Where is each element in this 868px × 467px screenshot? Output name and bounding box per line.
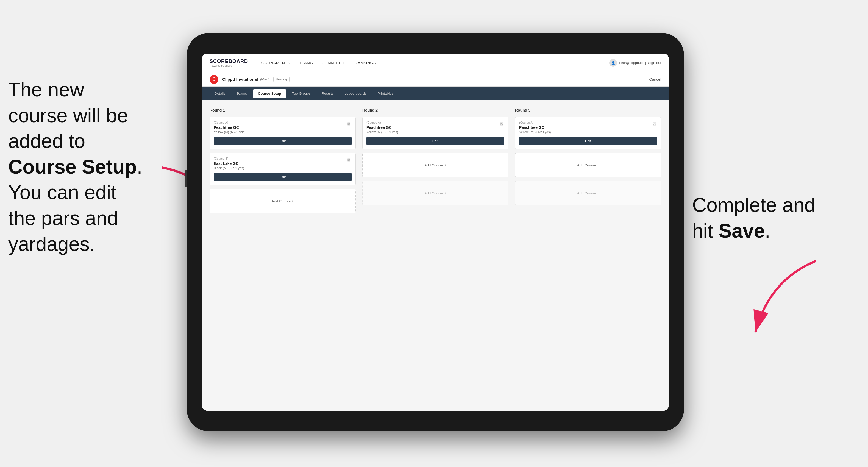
nav-tournaments[interactable]: TOURNAMENTS bbox=[259, 61, 290, 65]
tab-tee-groups[interactable]: Tee Groups bbox=[287, 89, 316, 98]
user-avatar: 👤 bbox=[609, 59, 617, 67]
annotation-left: The new course will be added to Course S… bbox=[8, 77, 179, 257]
round-1-column: Round 1 ⊠ (Course A) Peachtree GC Yellow… bbox=[210, 108, 356, 213]
nav-teams[interactable]: TEAMS bbox=[299, 61, 313, 65]
nav-right: 👤 blair@clippd.io | Sign out bbox=[609, 59, 661, 67]
nav-committee[interactable]: COMMITTEE bbox=[322, 61, 346, 65]
round-3-add-course-label-2: Add Course + bbox=[577, 191, 599, 195]
tab-details[interactable]: Details bbox=[210, 89, 230, 98]
tournament-division: (Men) bbox=[260, 77, 270, 81]
rounds-grid: Round 1 ⊠ (Course A) Peachtree GC Yellow… bbox=[210, 108, 661, 213]
round-2-course-a-card: ⊠ (Course A) Peachtree GC Yellow (M) (66… bbox=[362, 117, 508, 150]
top-nav: SCOREBOARD Powered by clippd TOURNAMENTS… bbox=[202, 54, 669, 72]
tablet-device: SCOREBOARD Powered by clippd TOURNAMENTS… bbox=[187, 33, 684, 431]
round-3-course-a-delete-icon[interactable]: ⊠ bbox=[651, 120, 658, 127]
round-2-course-a-tee: Yellow (M) (6629 yds) bbox=[366, 130, 504, 134]
round-3-course-a-card: ⊠ (Course A) Peachtree GC Yellow (M) (66… bbox=[515, 117, 661, 150]
round-1-course-b-card: ⊠ (Course B) East Lake GC Black (M) (689… bbox=[210, 153, 356, 185]
tablet-screen: SCOREBOARD Powered by clippd TOURNAMENTS… bbox=[202, 54, 669, 411]
course-a-delete-icon[interactable]: ⊠ bbox=[346, 120, 352, 127]
round-3-course-a-label: (Course A) bbox=[519, 121, 657, 124]
tournament-logo: C bbox=[210, 75, 218, 84]
round-3-add-course-card-1[interactable]: Add Course + bbox=[515, 153, 661, 178]
round-3-add-course-label-1: Add Course + bbox=[577, 163, 599, 167]
nav-links: TOURNAMENTS TEAMS COMMITTEE RANKINGS bbox=[259, 61, 609, 65]
round-2-title: Round 2 bbox=[362, 108, 508, 112]
round-2-course-a-edit-button[interactable]: Edit bbox=[366, 137, 504, 145]
round-1-course-a-card: ⊠ (Course A) Peachtree GC Yellow (M) (66… bbox=[210, 117, 356, 150]
tab-course-setup[interactable]: Course Setup bbox=[253, 89, 286, 98]
nav-rankings[interactable]: RANKINGS bbox=[355, 61, 376, 65]
round-1-title: Round 1 bbox=[210, 108, 356, 112]
round-2-add-course-label-2: Add Course + bbox=[424, 191, 446, 195]
round-3-title: Round 3 bbox=[515, 108, 661, 112]
round-2-course-a-delete-icon[interactable]: ⊠ bbox=[498, 120, 505, 127]
round-2-course-a-name: Peachtree GC bbox=[366, 125, 504, 130]
round-1-add-course-label: Add Course + bbox=[272, 199, 293, 203]
annotation-right: Complete and hit Save. bbox=[692, 192, 846, 244]
course-a-tee: Yellow (M) (6629 yds) bbox=[214, 130, 351, 134]
brand: SCOREBOARD Powered by clippd bbox=[210, 59, 248, 67]
tournament-hosting-badge: Hosting bbox=[273, 76, 289, 82]
user-email: blair@clippd.io bbox=[619, 61, 643, 65]
tab-leaderboards[interactable]: Leaderboards bbox=[340, 89, 371, 98]
round-2-add-course-card-2: Add Course + bbox=[362, 181, 508, 206]
course-b-name: East Lake GC bbox=[214, 161, 351, 166]
brand-subtitle: Powered by clippd bbox=[210, 64, 248, 67]
course-b-delete-icon[interactable]: ⊠ bbox=[346, 156, 352, 163]
tab-printables[interactable]: Printables bbox=[372, 89, 398, 98]
course-a-edit-button[interactable]: Edit bbox=[214, 137, 351, 145]
round-2-course-a-label: (Course A) bbox=[366, 121, 504, 124]
round-3-course-a-tee: Yellow (M) (6629 yds) bbox=[519, 130, 657, 134]
course-a-name: Peachtree GC bbox=[214, 125, 351, 130]
course-b-edit-button[interactable]: Edit bbox=[214, 173, 351, 181]
round-2-add-course-card-1[interactable]: Add Course + bbox=[362, 153, 508, 178]
tab-teams[interactable]: Teams bbox=[231, 89, 252, 98]
content-area: Round 1 ⊠ (Course A) Peachtree GC Yellow… bbox=[202, 100, 669, 411]
arrow-right-icon bbox=[742, 253, 824, 341]
round-3-course-a-name: Peachtree GC bbox=[519, 125, 657, 130]
round-3-add-course-card-2: Add Course + bbox=[515, 181, 661, 206]
round-2-column: Round 2 ⊠ (Course A) Peachtree GC Yellow… bbox=[362, 108, 508, 213]
cancel-button[interactable]: Cancel bbox=[649, 77, 661, 82]
tournament-bar: C Clippd Invitational (Men) Hosting Canc… bbox=[202, 72, 669, 87]
brand-title: SCOREBOARD bbox=[210, 59, 248, 64]
annotation-right-text: Complete and hit Save. bbox=[692, 194, 815, 242]
tab-results[interactable]: Results bbox=[317, 89, 338, 98]
round-2-add-course-label-1: Add Course + bbox=[424, 163, 446, 167]
tournament-name: Clippd Invitational bbox=[222, 77, 258, 82]
course-b-tee: Black (M) (6891 yds) bbox=[214, 166, 351, 170]
sign-out-link[interactable]: Sign out bbox=[648, 61, 661, 65]
round-3-course-a-edit-button[interactable]: Edit bbox=[519, 137, 657, 145]
annotation-left-text: The new course will be added to Course S… bbox=[8, 79, 142, 255]
sub-tabs: Details Teams Course Setup Tee Groups Re… bbox=[202, 87, 669, 100]
course-b-label: (Course B) bbox=[214, 157, 351, 160]
nav-separator: | bbox=[645, 61, 646, 65]
round-3-column: Round 3 ⊠ (Course A) Peachtree GC Yellow… bbox=[515, 108, 661, 213]
course-a-label: (Course A) bbox=[214, 121, 351, 124]
round-1-add-course-card[interactable]: Add Course + bbox=[210, 189, 356, 213]
